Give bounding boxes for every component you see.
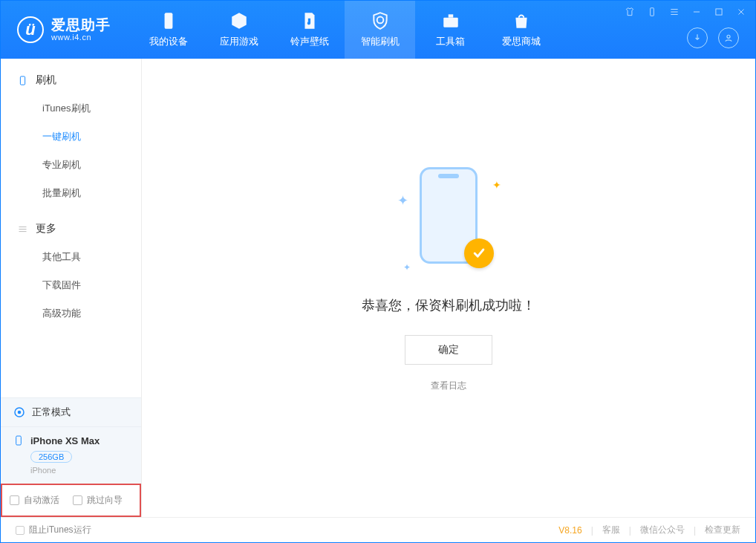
titlebar-actions	[687, 27, 739, 48]
status-bar: 阻止iTunes运行 V8.16 | 客服 | 微信公众号 | 检查更新	[1, 517, 755, 542]
success-message: 恭喜您，保资料刷机成功啦！	[362, 296, 535, 314]
tab-label: 铃声壁纸	[290, 35, 329, 48]
window-controls	[623, 5, 748, 19]
phone-small-icon	[13, 435, 25, 446]
app-logo: ü 爱思助手 www.i4.cn	[1, 16, 133, 43]
svg-rect-7	[20, 76, 25, 84]
account-button[interactable]	[718, 27, 739, 48]
svg-rect-0	[164, 13, 172, 29]
device-storage-badge: 256GB	[30, 451, 72, 463]
svg-rect-10	[16, 436, 22, 445]
checkbox-label: 跳过向导	[87, 494, 123, 507]
device-info-card[interactable]: iPhone XS Max 256GB iPhone	[1, 426, 141, 484]
sparkle-icon: ✦	[403, 262, 411, 273]
checkbox-label: 阻止iTunes运行	[29, 524, 91, 536]
sidebar-section-flash: 刷机	[1, 69, 141, 94]
sparkle-icon: ✦	[397, 192, 408, 209]
sidebar-section-title: 更多	[36, 222, 56, 235]
svg-rect-2	[443, 18, 458, 27]
device-name: iPhone XS Max	[30, 435, 100, 446]
sidebar-section-title: 刷机	[36, 74, 56, 87]
tab-toolbox[interactable]: 工具箱	[415, 1, 486, 59]
tab-my-device[interactable]: 我的设备	[133, 1, 203, 59]
phone-outline-icon	[17, 75, 28, 86]
tab-label: 应用游戏	[220, 35, 258, 48]
success-check-icon	[464, 238, 494, 268]
tab-apps[interactable]: 应用游戏	[203, 1, 274, 59]
sidebar-section-more: 更多	[1, 218, 141, 243]
svg-rect-5	[716, 9, 722, 15]
tab-ringtone[interactable]: 铃声壁纸	[274, 1, 345, 59]
menu-icon[interactable]	[668, 5, 681, 19]
check-update-link[interactable]: 检查更新	[705, 524, 740, 536]
close-icon[interactable]	[734, 5, 748, 19]
device-mode-card[interactable]: 正常模式	[1, 397, 141, 426]
sidebar-item-other-tools[interactable]: 其他工具	[1, 243, 141, 271]
customer-service-link[interactable]: 客服	[602, 524, 620, 536]
checkbox-auto-activate[interactable]: 自动激活	[10, 494, 59, 507]
download-button[interactable]	[687, 27, 708, 48]
flash-options-row: 自动激活 跳过向导	[1, 484, 141, 517]
device-icon	[159, 11, 178, 30]
bag-icon	[512, 11, 531, 30]
svg-rect-3	[448, 14, 453, 17]
phone-mini-icon[interactable]	[645, 5, 659, 19]
tab-label: 我的设备	[149, 35, 188, 48]
tab-flash[interactable]: 智能刷机	[345, 1, 415, 59]
svg-rect-4	[651, 8, 654, 16]
device-type: iPhone	[30, 466, 129, 475]
main-content: ✦ ✦ ✦ 恭喜您，保资料刷机成功啦！ 确定 查看日志	[142, 59, 755, 517]
sidebar-item-pro-flash[interactable]: 专业刷机	[1, 151, 141, 179]
top-tabs: 我的设备 应用游戏 铃声壁纸 智能刷机 工具箱 爱思商城	[133, 1, 556, 59]
sparkle-icon: ✦	[492, 179, 501, 191]
tab-label: 智能刷机	[361, 35, 400, 48]
checkbox-skip-setup[interactable]: 跳过向导	[73, 494, 123, 507]
sidebar-item-download-firmware[interactable]: 下载固件	[1, 271, 141, 299]
app-title: 爱思助手	[51, 18, 111, 33]
checkbox-label: 自动激活	[24, 494, 59, 507]
tab-store[interactable]: 爱思商城	[486, 1, 556, 59]
titlebar: ü 爱思助手 www.i4.cn 我的设备 应用游戏 铃声壁纸 智能刷机	[1, 1, 755, 59]
sidebar: 刷机 iTunes刷机 一键刷机 专业刷机 批量刷机 更多 其他工具 下载固件 …	[1, 59, 142, 517]
maximize-icon[interactable]	[712, 5, 726, 19]
tab-label: 爱思商城	[502, 35, 541, 48]
svg-point-1	[377, 17, 383, 24]
checkbox-box-icon	[73, 495, 82, 505]
sidebar-item-oneclick-flash[interactable]: 一键刷机	[1, 123, 141, 151]
tshirt-icon[interactable]	[623, 5, 636, 19]
shield-refresh-icon	[371, 11, 390, 30]
checkbox-block-itunes[interactable]: 阻止iTunes运行	[16, 524, 91, 536]
music-file-icon	[300, 11, 319, 30]
app-subtitle: www.i4.cn	[51, 33, 111, 42]
toolbox-icon	[441, 11, 460, 30]
minimize-icon[interactable]	[690, 5, 703, 19]
device-mode-label: 正常模式	[32, 406, 71, 419]
sidebar-item-itunes-flash[interactable]: iTunes刷机	[1, 94, 141, 123]
version-label: V8.16	[558, 525, 581, 536]
wechat-link[interactable]: 微信公众号	[640, 524, 685, 536]
cube-icon	[229, 11, 249, 30]
svg-point-6	[727, 35, 730, 38]
tab-label: 工具箱	[436, 35, 465, 48]
loop-icon	[13, 406, 26, 419]
checkbox-box-icon	[10, 495, 19, 505]
ok-button[interactable]: 确定	[405, 335, 492, 365]
list-icon	[17, 224, 28, 235]
sidebar-item-batch-flash[interactable]: 批量刷机	[1, 179, 141, 207]
view-log-link[interactable]: 查看日志	[362, 380, 535, 392]
success-illustration: ✦ ✦ ✦	[393, 167, 504, 279]
sidebar-item-advanced[interactable]: 高级功能	[1, 299, 141, 328]
logo-icon: ü	[17, 16, 44, 43]
svg-point-9	[18, 411, 22, 414]
checkbox-box-icon	[16, 526, 25, 535]
